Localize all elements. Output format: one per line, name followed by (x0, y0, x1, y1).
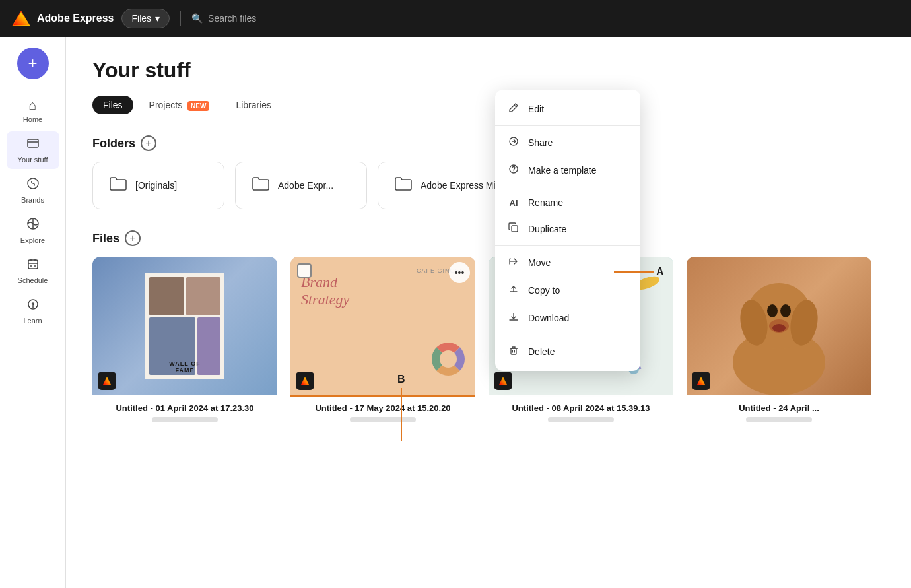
annotation-line-a (614, 271, 654, 273)
file-card-info-2: Untitled - 17 May 2024 at 15.20.20 (290, 395, 475, 433)
folder-originals[interactable]: [Originals] (92, 162, 224, 209)
folders-add-button[interactable]: + (141, 135, 156, 151)
sidebar-item-brands[interactable]: Brands (7, 172, 59, 209)
file-thumb-2: CAFE GINGER BrandStrategy ••• (290, 257, 475, 395)
folder-icon-3 (394, 176, 413, 195)
sidebar-learn-label: Learn (23, 317, 42, 325)
sidebar-home-label: Home (23, 115, 42, 123)
menu-item-share[interactable]: Share (495, 129, 640, 156)
menu-item-duplicate[interactable]: Duplicate (495, 215, 640, 243)
adobe-logo-icon (11, 8, 32, 29)
folder-originals-name: [Originals] (135, 180, 177, 191)
context-menu: Edit Share (495, 90, 640, 371)
files-section-header: Files + (92, 230, 885, 246)
menu-divider-1 (495, 125, 640, 126)
menu-item-delete[interactable]: Delete (495, 338, 640, 366)
annotation-line-b (401, 388, 402, 441)
tab-libraries[interactable]: Libraries (225, 96, 282, 114)
tabs-bar: Files Projects NEW Libraries (92, 96, 885, 114)
menu-item-download[interactable]: Download (495, 304, 640, 332)
menu-copy-to-label: Copy to (528, 285, 560, 296)
adobe-badge-3 (494, 372, 512, 390)
menu-divider-3 (495, 245, 640, 246)
file-checkbox-2[interactable] (297, 263, 312, 278)
share-icon (507, 136, 520, 149)
content-area: Your stuff Files Projects NEW Libraries … (66, 37, 911, 588)
folder-adobe-expr[interactable]: Adobe Expr... (235, 162, 367, 209)
home-icon: ⌂ (28, 98, 36, 113)
file-subtitle-1 (152, 417, 218, 422)
rename-icon: AI (507, 198, 520, 208)
adobe-badge-1 (98, 372, 116, 390)
files-title: Files (92, 232, 119, 245)
menu-item-copy-to[interactable]: Copy to (495, 277, 640, 304)
app-logo[interactable]: Adobe Express (11, 8, 114, 29)
your-stuff-icon (26, 137, 40, 153)
menu-item-rename[interactable]: AI Rename (495, 190, 640, 215)
file-subtitle-3 (548, 417, 614, 422)
search-bar[interactable]: 🔍 Search files (191, 13, 256, 24)
menu-rename-label: Rename (528, 197, 563, 208)
menu-item-make-template[interactable]: Make a template (495, 156, 640, 184)
menu-make-template-label: Make a template (528, 165, 597, 176)
files-add-button[interactable]: + (125, 230, 141, 246)
folder-adobe-expr-name: Adobe Expr... (278, 180, 333, 191)
menu-divider-4 (495, 335, 640, 335)
adobe-badge-2 (296, 372, 314, 390)
menu-delete-label: Delete (528, 346, 555, 357)
tab-projects-label: Projects (149, 100, 183, 110)
move-icon (507, 256, 520, 269)
file-thumb-1: WALL OFFAME (92, 257, 277, 395)
sidebar-item-your-stuff[interactable]: Your stuff (7, 131, 59, 169)
annotation-a: A (614, 266, 664, 278)
sidebar-item-explore[interactable]: Explore (7, 212, 59, 249)
sidebar-your-stuff-label: Your stuff (18, 156, 48, 164)
search-placeholder: Search files (208, 13, 256, 24)
duplicate-icon (507, 222, 520, 236)
menu-edit-label: Edit (528, 104, 544, 114)
file-title-1: Untitled - 01 April 2024 at 17.23.30 (98, 403, 272, 413)
explore-icon (26, 217, 40, 234)
svg-rect-7 (28, 260, 38, 269)
chevron-down-icon: ▾ (155, 13, 160, 24)
sidebar-item-learn[interactable]: Learn (7, 292, 59, 330)
sidebar-brands-label: Brands (21, 196, 44, 204)
plus-icon: + (28, 54, 37, 73)
file-card-2[interactable]: CAFE GINGER BrandStrategy ••• (290, 257, 475, 433)
tab-files[interactable]: Files (92, 96, 133, 114)
brand-cafe-name: CAFE GINGER (301, 267, 465, 274)
new-button[interactable]: + (17, 48, 49, 79)
files-dropdown[interactable]: Files ▾ (121, 9, 170, 28)
file-card-info-1: Untitled - 01 April 2024 at 17.23.30 (92, 395, 277, 433)
sidebar: + ⌂ Home Your stuff Brands (0, 37, 66, 588)
annotation-b-label: B (397, 374, 405, 385)
file-subtitle-2 (350, 417, 416, 422)
folders-grid: [Originals] Adobe Expr... Adobe Express … (92, 162, 885, 209)
search-icon: 🔍 (191, 13, 203, 24)
annotation-a-label: A (656, 266, 664, 278)
sidebar-item-schedule[interactable]: Schedule (7, 252, 59, 290)
menu-item-edit[interactable]: Edit (495, 95, 640, 123)
file-card-4[interactable]: Untitled - 24 April ... (687, 257, 871, 433)
sidebar-item-home[interactable]: ⌂ Home (7, 92, 59, 129)
menu-download-label: Download (528, 313, 569, 323)
file-title-3: Untitled - 08 April 2024 at 15.39.13 (494, 403, 668, 413)
file-subtitle-4 (746, 417, 812, 422)
svg-rect-38 (512, 226, 518, 232)
folders-title: Folders (92, 137, 135, 150)
file-title-2: Untitled - 17 May 2024 at 15.20.20 (296, 403, 470, 413)
svg-rect-3 (28, 139, 38, 147)
svg-point-14 (32, 306, 34, 308)
page-title: Your stuff (92, 58, 885, 82)
file-title-4: Untitled - 24 April ... (692, 403, 866, 413)
file-menu-btn-2[interactable]: ••• (449, 262, 470, 283)
plus-files-icon: + (129, 232, 135, 244)
file-card-info-3: Untitled - 08 April 2024 at 15.39.13 (489, 395, 673, 433)
file-card-info-4: Untitled - 24 April ... (687, 395, 871, 433)
brand-strategy-content: CAFE GINGER BrandStrategy (290, 257, 475, 395)
file-card-1[interactable]: WALL OFFAME Untitled - 01 April 2024 at … (92, 257, 277, 433)
copy-to-icon (507, 284, 520, 297)
tab-projects[interactable]: Projects NEW (139, 96, 220, 114)
svg-rect-39 (511, 348, 516, 354)
download-icon (507, 311, 520, 325)
